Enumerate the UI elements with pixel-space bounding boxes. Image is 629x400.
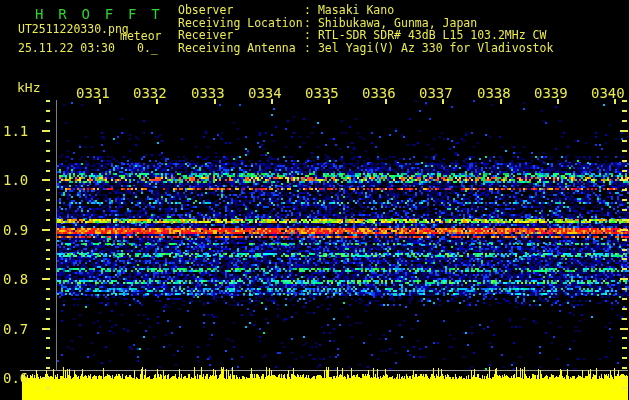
freq-label-1.0: 1.0 bbox=[3, 172, 28, 188]
freq-label-1.1: 1.1 bbox=[3, 123, 28, 139]
time-label-0334: 0334 bbox=[248, 85, 282, 101]
info-separator: : bbox=[304, 42, 311, 55]
time-label-0336: 0336 bbox=[362, 85, 396, 101]
time-label-0338: 0338 bbox=[477, 85, 511, 101]
filename-label: UT2511220330.png bbox=[18, 22, 129, 36]
freq-label-0.9: 0.9 bbox=[3, 222, 28, 238]
info-row-receiving-antenna: Receiving Antenna:3el Yagi(V) Az 330 for… bbox=[178, 42, 553, 55]
time-label-0339: 0339 bbox=[534, 85, 568, 101]
spectrogram-canvas bbox=[0, 0, 629, 400]
info-label: Receiving Antenna bbox=[178, 42, 304, 55]
time-label-0332: 0332 bbox=[133, 85, 167, 101]
station-info-block: Observer:Masaki KanoReceiving Location:S… bbox=[178, 4, 553, 54]
info-separator: : bbox=[304, 4, 311, 17]
freq-label-0.7: 0.7 bbox=[3, 321, 28, 337]
time-label-0335: 0335 bbox=[305, 85, 339, 101]
info-label: Receiver bbox=[178, 29, 304, 42]
datetime-label: 25.11.22 03:30 bbox=[18, 41, 115, 55]
info-separator: : bbox=[304, 29, 311, 42]
time-label-0340: 0340 bbox=[591, 85, 625, 101]
app-title: H R O F F T bbox=[35, 6, 163, 22]
time-label-0337: 0337 bbox=[419, 85, 453, 101]
info-label: Observer bbox=[178, 4, 304, 17]
info-value: 3el Yagi(V) Az 330 for Vladivostok bbox=[318, 41, 553, 55]
counter-label: 0._ bbox=[137, 41, 158, 55]
time-label-0331: 0331 bbox=[76, 85, 110, 101]
hrofft-screen: H R O F F T UT2511220330.png meteor 25.1… bbox=[0, 0, 629, 400]
freq-label-0.8: 0.8 bbox=[3, 271, 28, 287]
time-label-0333: 0333 bbox=[191, 85, 225, 101]
freq-label-0.6: 0.6 bbox=[3, 370, 28, 386]
y-axis-unit-label: kHz bbox=[17, 80, 40, 95]
